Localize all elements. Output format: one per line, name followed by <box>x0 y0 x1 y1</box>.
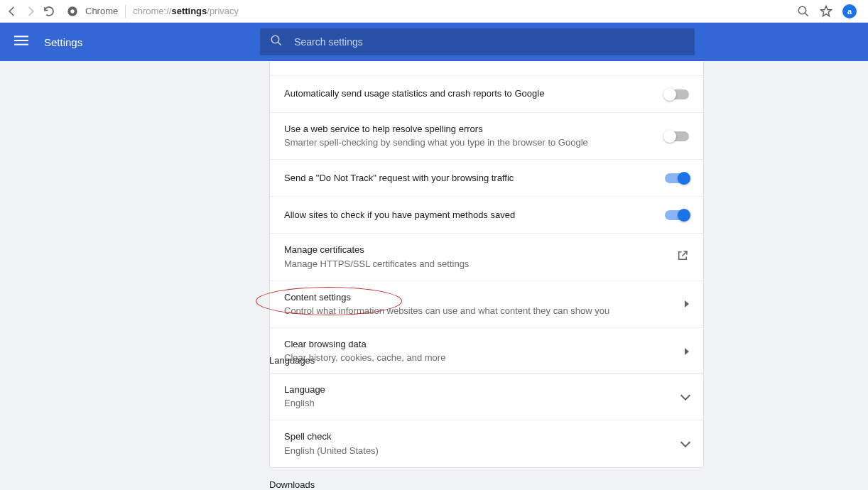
search-box[interactable] <box>260 28 695 55</box>
row-spelling-service[interactable]: Use a web service to help resolve spelli… <box>270 112 703 159</box>
row-title: Content settings <box>284 291 685 304</box>
back-button[interactable] <box>6 5 18 18</box>
row-manage-certificates[interactable]: Manage certificates Manage HTTPS/SSL cer… <box>270 233 703 280</box>
svg-point-6 <box>271 36 279 43</box>
row-subtitle: English (United States) <box>284 445 682 457</box>
url-text: chrome://settings/privacy <box>133 6 239 16</box>
row-language[interactable]: Language English <box>270 374 703 420</box>
privacy-panel: Automatically send usage statistics and … <box>269 61 704 376</box>
chevron-right-icon <box>685 348 689 355</box>
content-area: Automatically send usage statistics and … <box>0 61 868 490</box>
settings-header: Settings <box>0 23 868 61</box>
row-title: Automatically send usage statistics and … <box>284 87 665 100</box>
row-title: Use a web service to help resolve spelli… <box>284 123 665 136</box>
chevron-right-icon <box>685 300 689 307</box>
forward-button[interactable] <box>24 5 37 18</box>
chevron-down-icon <box>680 391 690 401</box>
row-title: Language <box>284 383 682 396</box>
separator <box>125 5 126 18</box>
svg-point-1 <box>70 9 74 13</box>
row-partial-hidden[interactable] <box>270 61 703 75</box>
toggle-do-not-track[interactable] <box>665 173 689 183</box>
search-icon <box>270 34 283 50</box>
address-bar[interactable]: Chrome chrome://settings/privacy <box>67 5 239 18</box>
row-usage-stats[interactable]: Automatically send usage statistics and … <box>270 75 703 112</box>
open-external-icon <box>676 249 689 265</box>
row-subtitle: Control what information websites can us… <box>284 305 685 317</box>
row-title: Clear browsing data <box>284 338 685 351</box>
toggle-spelling-service[interactable] <box>665 131 689 141</box>
bookmark-star-icon[interactable] <box>820 5 832 18</box>
profile-avatar[interactable]: a <box>842 4 857 18</box>
row-title: Manage certificates <box>284 244 676 256</box>
row-subtitle: Manage HTTPS/SSL certificates and settin… <box>284 258 676 271</box>
site-title: Chrome <box>85 6 118 16</box>
row-subtitle: English <box>284 397 682 410</box>
row-title: Send a "Do Not Track" request with your … <box>284 172 665 185</box>
row-clear-browsing-data[interactable]: Clear browsing data Clear history, cooki… <box>270 327 703 374</box>
svg-rect-4 <box>14 40 28 41</box>
row-spell-check[interactable]: Spell check English (United States) <box>270 420 703 467</box>
row-content-settings[interactable]: Content settings Control what informatio… <box>270 281 703 327</box>
search-input[interactable] <box>294 36 685 48</box>
row-payment-methods[interactable]: Allow sites to check if you have payment… <box>270 196 703 233</box>
app-title: Settings <box>44 36 82 48</box>
row-subtitle: Clear history, cookies, cache, and more <box>284 352 685 364</box>
svg-rect-3 <box>14 36 28 37</box>
site-icon <box>67 6 78 17</box>
browser-toolbar: Chrome chrome://settings/privacy a <box>0 0 868 23</box>
row-title: Spell check <box>284 430 682 443</box>
languages-panel: Language English Spell check English (Un… <box>269 373 704 468</box>
section-label-languages: Languages <box>269 355 315 366</box>
row-do-not-track[interactable]: Send a "Do Not Track" request with your … <box>270 159 703 196</box>
reload-button[interactable] <box>43 5 55 18</box>
section-label-downloads: Downloads <box>269 479 315 490</box>
row-title: Allow sites to check if you have payment… <box>284 209 665 222</box>
svg-rect-5 <box>14 44 28 45</box>
toggle-payment-methods[interactable] <box>665 210 689 220</box>
menu-button[interactable] <box>14 33 28 50</box>
zoom-icon[interactable] <box>797 5 810 18</box>
toggle-usage-stats[interactable] <box>665 89 689 99</box>
svg-point-2 <box>798 6 806 14</box>
chevron-down-icon <box>680 437 690 447</box>
row-subtitle: Smarter spell-checking by sending what y… <box>284 136 665 149</box>
